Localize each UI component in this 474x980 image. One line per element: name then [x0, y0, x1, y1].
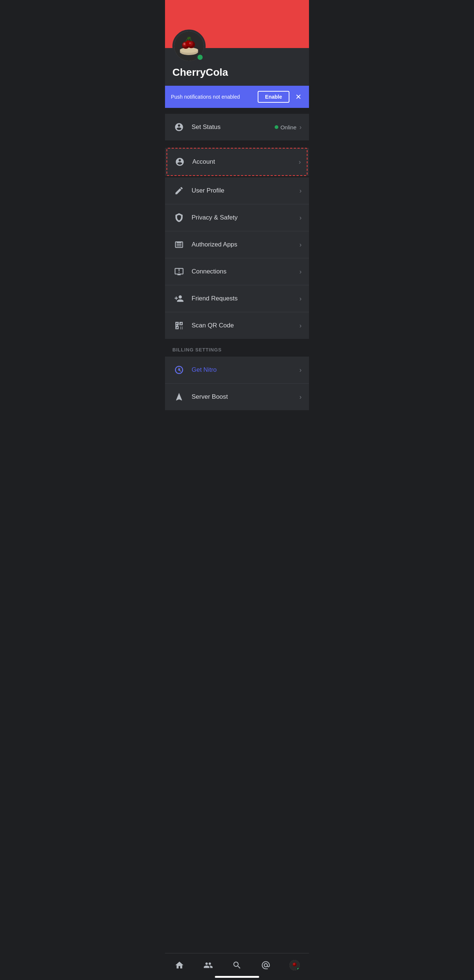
notification-text: Push notifications not enabled: [171, 94, 253, 100]
scan-qr-icon: [173, 319, 186, 332]
privacy-safety-icon: [173, 211, 186, 224]
nav-profile-item[interactable]: [284, 958, 305, 973]
get-nitro-item[interactable]: Get Nitro ›: [165, 356, 309, 383]
account-item[interactable]: Account ›: [166, 148, 308, 176]
friends-icon: [203, 960, 213, 970]
connections-item[interactable]: Connections ›: [165, 258, 309, 285]
connections-chevron: ›: [300, 268, 301, 276]
set-status-section: Set Status Online ›: [165, 114, 309, 140]
server-boost-item[interactable]: Server Boost ›: [165, 383, 309, 410]
nav-search-item[interactable]: [227, 958, 247, 973]
billing-settings-header: BILLING SETTINGS: [165, 339, 309, 356]
notification-banner: Push notifications not enabled Enable ✕: [165, 86, 309, 108]
online-status-dot: [196, 53, 204, 61]
billing-section: Get Nitro › Server Boost ›: [165, 356, 309, 410]
user-profile-icon: [173, 184, 186, 197]
status-indicator: Online: [275, 124, 296, 130]
account-label: Account: [192, 158, 299, 165]
svg-point-2: [180, 48, 198, 53]
server-boost-icon: [173, 390, 186, 404]
friend-requests-icon: [173, 292, 186, 305]
svg-point-11: [189, 42, 191, 44]
get-nitro-chevron: ›: [300, 366, 301, 374]
account-chevron: ›: [299, 158, 301, 166]
privacy-safety-label: Privacy & Safety: [192, 214, 300, 221]
privacy-safety-item[interactable]: Privacy & Safety ›: [165, 204, 309, 231]
section-spacer-2: [165, 140, 309, 146]
server-boost-chevron: ›: [300, 393, 301, 401]
nav-mentions-item[interactable]: [255, 958, 276, 973]
authorized-apps-icon: [173, 238, 186, 251]
authorized-apps-item[interactable]: Authorized Apps ›: [165, 231, 309, 258]
account-icon: [173, 155, 186, 169]
section-spacer-1: [165, 108, 309, 114]
scan-qr-label: Scan QR Code: [192, 322, 300, 329]
home-indicator: [215, 976, 259, 978]
search-icon: [232, 960, 242, 970]
settings-section: User Profile › Privacy & Safety › Author…: [165, 177, 309, 339]
nav-avatar: [289, 960, 300, 970]
friend-requests-label: Friend Requests: [192, 295, 300, 302]
user-profile-item[interactable]: User Profile ›: [165, 177, 309, 204]
set-status-item[interactable]: Set Status Online ›: [165, 114, 309, 140]
authorized-apps-label: Authorized Apps: [192, 241, 300, 248]
get-nitro-label: Get Nitro: [192, 366, 300, 374]
set-status-chevron: ›: [300, 123, 301, 131]
connections-icon: [173, 265, 186, 278]
svg-point-18: [293, 963, 296, 966]
authorized-apps-chevron: ›: [300, 241, 301, 249]
header-profile-area: CherryCola: [165, 48, 309, 86]
svg-point-10: [184, 43, 185, 45]
billing-section-title: BILLING SETTINGS: [173, 347, 222, 353]
user-profile-chevron: ›: [300, 187, 301, 195]
server-boost-label: Server Boost: [192, 393, 300, 401]
friend-requests-chevron: ›: [300, 295, 301, 303]
nav-friends-item[interactable]: [198, 958, 219, 973]
nav-home-item[interactable]: [169, 958, 190, 973]
username: CherryCola: [173, 67, 301, 78]
scan-qr-item[interactable]: Scan QR Code ›: [165, 312, 309, 339]
close-notification-button[interactable]: ✕: [294, 93, 303, 100]
mentions-icon: [261, 960, 271, 970]
status-value: Online: [281, 124, 296, 130]
avatar-wrapper[interactable]: [173, 30, 206, 63]
connections-label: Connections: [192, 268, 300, 275]
status-green-dot: [275, 125, 278, 129]
account-section: Account ›: [165, 148, 309, 176]
user-profile-label: User Profile: [192, 187, 300, 194]
set-status-icon: [173, 121, 186, 134]
friend-requests-item[interactable]: Friend Requests ›: [165, 285, 309, 312]
scan-qr-chevron: ›: [300, 322, 301, 329]
home-icon: [174, 960, 185, 970]
get-nitro-icon: [173, 363, 186, 377]
enable-notifications-button[interactable]: Enable: [258, 91, 289, 103]
nav-online-dot: [296, 967, 300, 970]
privacy-safety-chevron: ›: [300, 214, 301, 222]
set-status-label: Set Status: [192, 123, 275, 131]
